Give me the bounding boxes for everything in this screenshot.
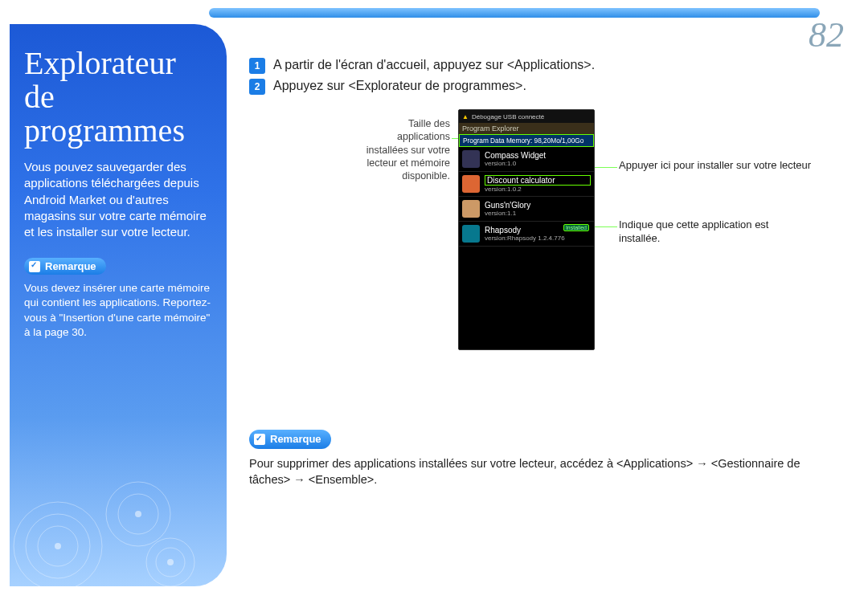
app-version: version:Rhapsody 1.2.4.776 — [485, 235, 591, 242]
remark-label: Remarque — [270, 432, 321, 447]
callout-line — [595, 167, 617, 168]
header-accent-bar — [209, 8, 820, 18]
figure: Taille des applications installées sur v… — [249, 109, 844, 366]
app-version: version:1.0 — [485, 160, 591, 167]
cube-icon — [29, 261, 40, 272]
svg-point-7 — [55, 543, 61, 549]
page-number: 82 — [809, 14, 844, 55]
app-version: version:1.0.2 — [485, 186, 591, 193]
step-text-1: A partir de l'écran d'accueil, appuyez s… — [273, 58, 595, 72]
app-name: Guns'n'Glory — [485, 201, 591, 210]
app-icon — [462, 175, 480, 193]
phone-statusbar: ▲ Débogage USB connecté — [459, 110, 594, 123]
caption-installed: Indique que cette application est instal… — [619, 218, 812, 246]
svg-point-2 — [38, 526, 78, 566]
page-title: Explorateur de programmes — [24, 47, 211, 148]
main-content: 1 A partir de l'écran d'accueil, appuyez… — [249, 58, 844, 366]
svg-point-5 — [146, 538, 194, 586]
bottom-remark: Remarque Pour supprimer des applications… — [249, 430, 812, 488]
cube-icon — [254, 434, 265, 445]
svg-point-8 — [135, 511, 141, 517]
svg-point-0 — [14, 502, 102, 586]
app-row-discount: Discount calculator version:1.0.2 — [459, 172, 594, 197]
app-row-compass: Compass Widget version:1.0 — [459, 147, 594, 172]
phone-title: Program Explorer — [459, 123, 594, 134]
svg-point-1 — [26, 514, 90, 578]
installed-pill: Installed — [563, 224, 589, 231]
step-text-2: Appuyez sur <Explorateur de programmes>. — [273, 79, 526, 93]
svg-point-6 — [156, 548, 185, 577]
svg-point-9 — [167, 559, 174, 565]
decorative-circles — [10, 410, 227, 586]
bottom-remark-text: Pour supprimer des applications installé… — [249, 455, 812, 488]
status-text: Débogage USB connecté — [472, 113, 544, 120]
app-row-guns: Guns'n'Glory version:1.1 — [459, 197, 594, 222]
app-name: Compass Widget — [485, 151, 591, 160]
remark-label: Remarque — [45, 260, 96, 272]
app-name: Discount calculator — [485, 175, 591, 186]
app-icon — [462, 200, 480, 218]
step-num-1: 1 — [249, 58, 265, 74]
sidebar-note: Vous devez insérer une carte mémoire qui… — [24, 281, 211, 340]
app-version: version:1.1 — [485, 210, 591, 217]
svg-point-3 — [106, 482, 170, 546]
phone-memory-bar: Program Data Memory: 98,20Mo/1,00Go — [459, 134, 594, 147]
sidebar: Explorateur de programmes Vous pouvez sa… — [10, 24, 227, 586]
phone-screenshot: ▲ Débogage USB connecté Program Explorer… — [458, 109, 595, 350]
remark-badge-sidebar: Remarque — [24, 258, 106, 275]
svg-point-4 — [118, 494, 158, 534]
app-icon — [462, 150, 480, 168]
step-1: 1 A partir de l'écran d'accueil, appuyez… — [249, 58, 844, 74]
sidebar-description: Vous pouvez sauvegarder des applications… — [24, 159, 211, 240]
caption-memory: Taille des applications installées sur v… — [354, 117, 450, 182]
step-2: 2 Appuyez sur <Explorateur de programmes… — [249, 79, 844, 95]
remark-badge-bottom: Remarque — [249, 430, 331, 449]
app-icon — [462, 225, 480, 243]
caption-install: Appuyer ici pour installer sur votre lec… — [619, 159, 812, 173]
callout-line — [595, 226, 617, 227]
step-num-2: 2 — [249, 79, 265, 95]
warning-icon: ▲ — [462, 113, 469, 120]
